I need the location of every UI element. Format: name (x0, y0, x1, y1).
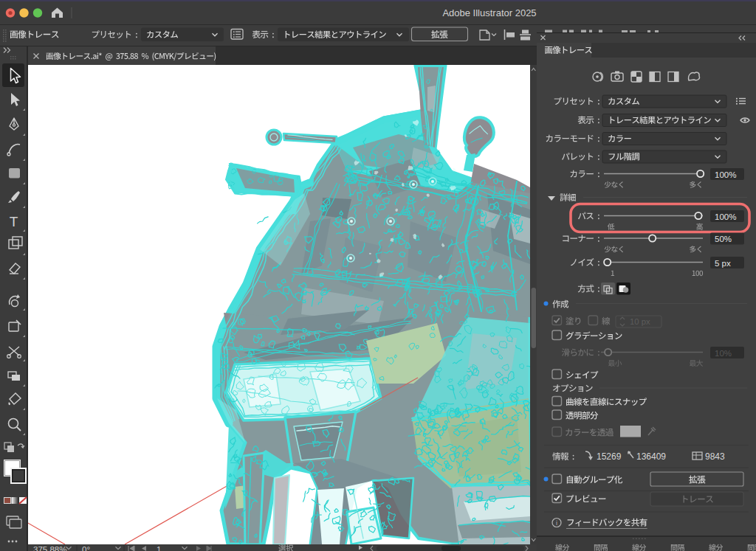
svg-text:10%: 10% (715, 349, 732, 358)
svg-text:T: T (10, 214, 18, 229)
svg-text:9843: 9843 (705, 451, 725, 462)
svg-text:375.88%: 375.88% (33, 545, 66, 551)
svg-text:136409: 136409 (636, 451, 666, 462)
svg-text:50%: 50% (715, 235, 732, 243)
svg-text:0°: 0° (82, 545, 90, 551)
svg-text:5 px: 5 px (715, 259, 731, 268)
svg-text:15269: 15269 (597, 451, 622, 462)
svg-text:Adobe Illustrator 2025: Adobe Illustrator 2025 (442, 7, 536, 18)
svg-text:10 px: 10 px (630, 317, 650, 326)
svg-text:i: i (556, 519, 557, 527)
svg-text:100%: 100% (715, 212, 736, 221)
svg-text:100%: 100% (715, 170, 736, 179)
svg-text:1: 1 (157, 545, 161, 551)
